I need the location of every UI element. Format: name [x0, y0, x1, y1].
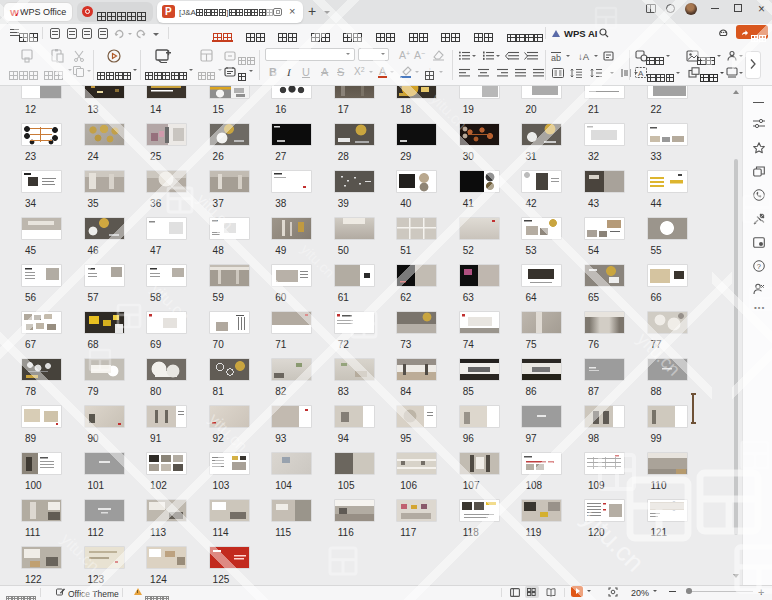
svg-text:?: ?	[757, 262, 761, 271]
svg-text:A: A	[638, 69, 644, 78]
